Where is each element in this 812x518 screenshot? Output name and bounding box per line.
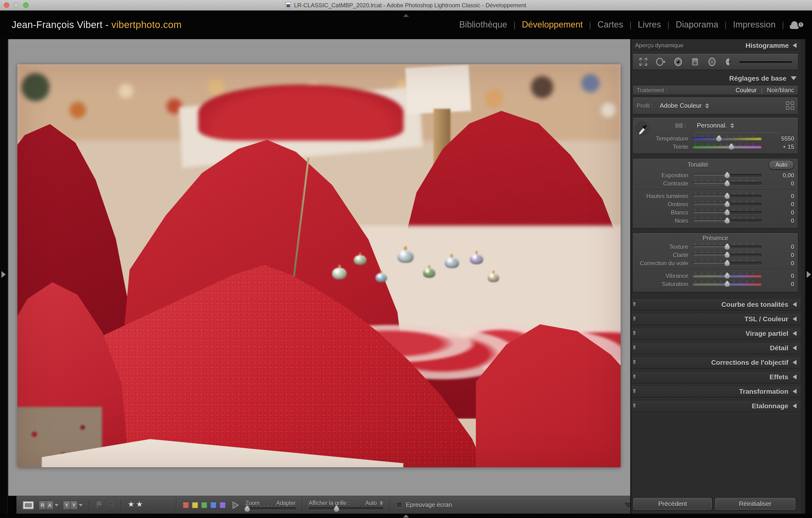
panel-section-effets[interactable]: Effets xyxy=(631,372,801,382)
crop-tool-icon[interactable] xyxy=(638,57,648,66)
panel-toggle-switch[interactable] xyxy=(633,403,636,408)
slider-value[interactable]: 0 xyxy=(762,260,798,267)
collapse-right-panel-arrow-icon[interactable] xyxy=(807,271,811,278)
profile-updown-icon[interactable] xyxy=(705,103,709,108)
slider-track[interactable] xyxy=(693,211,762,214)
slider-value[interactable]: 0 xyxy=(762,280,798,287)
close-window-button[interactable] xyxy=(4,2,9,8)
collapsed-arrow-icon[interactable] xyxy=(793,403,796,408)
treatment-color-option[interactable]: Couleur xyxy=(736,87,757,93)
identity-site-link[interactable]: vibertphoto.com xyxy=(111,19,182,30)
zoom-label[interactable]: Zoom xyxy=(245,500,260,506)
star-2[interactable]: ★ xyxy=(136,500,145,508)
collapsed-arrow-icon[interactable] xyxy=(793,360,796,365)
left-panel-strip[interactable] xyxy=(0,39,8,514)
panel-section-virage-partiel[interactable]: Virage partiel xyxy=(631,328,801,338)
collapse-top-panel-arrow-icon[interactable] xyxy=(403,14,409,17)
slider-value[interactable]: 0 xyxy=(762,272,798,279)
slider-value[interactable]: + 15 xyxy=(762,143,798,150)
slider-track[interactable] xyxy=(693,245,762,248)
spot-removal-tool-icon[interactable] xyxy=(656,57,666,66)
panel-toggle-switch[interactable] xyxy=(633,360,636,365)
slider-track[interactable] xyxy=(693,219,762,222)
panel-toggle-switch[interactable] xyxy=(633,302,636,307)
grid-mode-select[interactable]: Auto xyxy=(366,500,383,506)
slider-track[interactable] xyxy=(693,253,762,256)
radial-filter-tool-icon[interactable] xyxy=(707,57,717,66)
slider-track[interactable] xyxy=(693,262,762,265)
adjustment-brush-tool-icon[interactable] xyxy=(724,57,735,66)
slider-value[interactable]: 0 xyxy=(762,201,798,208)
slider-track[interactable] xyxy=(693,145,762,148)
slider-value[interactable]: 0 xyxy=(762,217,798,224)
color-label-yellow[interactable] xyxy=(192,502,198,508)
histogram-header[interactable]: Aperçu dynamique Histogramme xyxy=(631,39,801,50)
pick-flag-icon[interactable] xyxy=(96,501,103,509)
reset-button[interactable]: Réinitialiser xyxy=(715,498,795,510)
red-eye-tool-icon[interactable] xyxy=(673,57,683,66)
reject-flag-icon[interactable]: x xyxy=(107,501,115,509)
expanded-arrow-icon[interactable] xyxy=(791,77,796,80)
before-after-split-button[interactable]: YY xyxy=(63,500,78,510)
slider-track[interactable] xyxy=(693,194,762,197)
slider-thumb[interactable] xyxy=(725,172,730,178)
star-rating[interactable]: ★★★★★ xyxy=(127,500,169,508)
expand-filmstrip-arrow-icon[interactable] xyxy=(403,515,409,518)
collapsed-arrow-icon[interactable] xyxy=(793,345,796,350)
collapsed-arrow-icon[interactable] xyxy=(793,331,796,336)
slider-track[interactable] xyxy=(693,174,762,177)
slider-track[interactable] xyxy=(693,282,762,285)
panel-section-courbe-des-tonalites[interactable]: Courbe des tonalités xyxy=(631,299,801,309)
star-3[interactable]: ★ xyxy=(144,500,153,508)
module-tab-bibliotheque[interactable]: Bibliothèque xyxy=(453,20,513,30)
color-label-green[interactable] xyxy=(201,502,207,508)
expand-left-panel-arrow-icon[interactable] xyxy=(1,271,6,278)
module-tab-cartes[interactable]: Cartes xyxy=(591,20,629,30)
profile-browser-grid-icon[interactable] xyxy=(786,101,794,110)
color-label-purple[interactable] xyxy=(219,502,226,508)
panel-toggle-switch[interactable] xyxy=(633,345,636,350)
slider-value[interactable]: 0 xyxy=(762,209,798,216)
play-slideshow-icon[interactable] xyxy=(232,501,239,509)
star-1[interactable]: ★ xyxy=(127,500,136,508)
slider-value[interactable]: 0 xyxy=(762,251,798,258)
soft-proofing-checkbox[interactable] xyxy=(396,502,402,508)
collapse-left-arrow-icon[interactable] xyxy=(793,43,796,48)
fit-label[interactable]: Adapter xyxy=(276,500,296,506)
slider-value[interactable]: 5550 xyxy=(762,135,798,142)
slider-value[interactable]: 0 xyxy=(762,180,798,187)
slider-value[interactable]: 0 xyxy=(762,243,798,250)
collapsed-arrow-icon[interactable] xyxy=(793,302,796,307)
photo-canvas[interactable] xyxy=(18,64,620,467)
module-tab-diaporama[interactable]: Diaporama xyxy=(669,20,725,30)
collapsed-arrow-icon[interactable] xyxy=(793,316,796,321)
profile-value[interactable]: Adobe Couleur xyxy=(660,102,701,109)
panel-toggle-switch[interactable] xyxy=(633,331,636,336)
sync-cloud-icon[interactable]: ! xyxy=(790,21,804,29)
module-tab-developpement[interactable]: Développement xyxy=(516,20,589,30)
panel-section-transformation[interactable]: Transformation xyxy=(631,386,801,396)
right-panel-strip[interactable] xyxy=(805,39,812,514)
star-5[interactable]: ★ xyxy=(161,500,170,508)
grid-size-slider[interactable] xyxy=(309,507,383,510)
panel-toggle-switch[interactable] xyxy=(633,316,636,321)
loupe-view-button[interactable] xyxy=(22,500,34,510)
fullscreen-window-button[interactable] xyxy=(23,2,29,8)
basic-panel-header[interactable]: Réglages de base xyxy=(631,72,801,84)
color-label-blue[interactable] xyxy=(210,502,216,508)
white-balance-select[interactable]: Personnal. xyxy=(697,122,734,129)
chevron-down-icon[interactable] xyxy=(55,504,58,506)
minimize-window-button[interactable] xyxy=(13,2,19,8)
auto-tone-button[interactable]: Auto xyxy=(769,160,794,170)
treatment-bw-option[interactable]: Noir/blanc xyxy=(767,87,794,93)
previous-button[interactable]: Précédent xyxy=(633,498,712,510)
slider-track[interactable] xyxy=(693,203,762,206)
color-label-red[interactable] xyxy=(182,502,189,508)
slider-track[interactable] xyxy=(693,274,762,277)
chevron-down-icon[interactable] xyxy=(79,504,83,506)
slider-value[interactable]: 0 xyxy=(762,192,798,199)
slider-track[interactable] xyxy=(693,182,762,185)
panel-toggle-switch[interactable] xyxy=(633,374,636,379)
panel-section-etalonnage[interactable]: Etalonnage xyxy=(631,401,801,411)
slider-value[interactable]: 0,00 xyxy=(762,172,798,179)
